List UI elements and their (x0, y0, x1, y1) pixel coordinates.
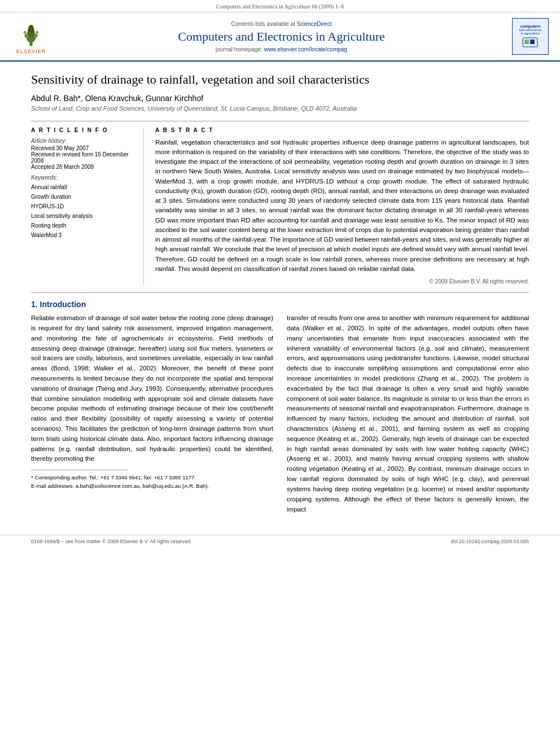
journal-thumbnail: computers and electronics in agriculture (512, 18, 549, 55)
history-label: Article history: (31, 138, 135, 144)
journal-homepage-link[interactable]: www.elsevier.com/locate/compag (264, 46, 347, 53)
keyword-4: Local sensitivity analysis (31, 211, 135, 221)
info-abstract-section: A R T I C L E I N F O Article history: R… (31, 121, 529, 285)
introduction-body: Reliable estimation of drainage of soil … (31, 313, 529, 519)
svg-point-4 (24, 33, 28, 37)
keywords-list: Annual rainfall Growth duration HYDRUS-1… (31, 182, 135, 240)
article-info-column: A R T I C L E I N F O Article history: R… (31, 127, 144, 285)
keyword-3: HYDRUS-1D (31, 202, 135, 211)
section-number: 1. (31, 300, 38, 309)
abstract-text: Rainfall, vegetation characteristics and… (155, 138, 529, 274)
elsevier-logo: ELSEVIER (11, 19, 51, 54)
article-info-heading: A R T I C L E I N F O (31, 127, 135, 133)
introduction-left-text: Reliable estimation of drainage of soil … (31, 313, 273, 464)
svg-point-5 (34, 33, 38, 37)
sciencedirect-line: Contents lists available at ScienceDirec… (51, 21, 512, 27)
abstract-column: A B S T R A C T Rainfall, vegetation cha… (155, 127, 529, 285)
journal-homepage: journal homepage: www.elsevier.com/locat… (51, 46, 512, 53)
article-history-group: Article history: Received 30 May 2007 Re… (31, 138, 135, 170)
introduction-right-text: transfer of results from one area to ano… (287, 313, 529, 514)
introduction-heading: 1. Introduction (31, 300, 529, 309)
svg-point-3 (28, 25, 34, 32)
svg-rect-9 (524, 40, 529, 44)
keyword-1: Annual rainfall (31, 182, 135, 192)
received-date: Received 30 May 2007 (31, 145, 135, 151)
page-wrapper: Computers and Electronics in Agriculture… (0, 0, 560, 747)
section-divider (31, 292, 529, 293)
keyword-5: Rooting depth (31, 221, 135, 230)
svg-point-7 (36, 30, 38, 33)
footnote-email: E-mail addresses: a.bah@soilscience.com.… (31, 482, 273, 490)
article-title: Sensitivity of drainage to rainfall, veg… (31, 72, 529, 88)
top-bar: Computers and Electronics in Agriculture… (0, 0, 560, 12)
footnote-divider (31, 470, 128, 470)
journal-title: Computers and Electronics in Agriculture (51, 29, 512, 44)
elsevier-tree-icon (17, 19, 45, 47)
keyword-2: Growth duration (31, 192, 135, 202)
svg-point-6 (24, 30, 27, 33)
elsevier-brand-text: ELSEVIER (16, 49, 46, 54)
keywords-group: Keywords: Annual rainfall Growth duratio… (31, 174, 135, 240)
bottom-bar: 0168-1699/$ – see front matter © 2009 El… (0, 535, 560, 548)
copyright-line: © 2009 Elsevier B.V. All rights reserved… (155, 278, 529, 285)
revised-date: Received in revised form 15 December 200… (31, 151, 135, 164)
journal-header: ELSEVIER Contents lists available at Sci… (0, 12, 560, 62)
sciencedirect-link[interactable]: ScienceDirect (297, 21, 332, 27)
journal-center: Contents lists available at ScienceDirec… (51, 21, 512, 53)
introduction-right-col: transfer of results from one area to ano… (287, 313, 529, 519)
svg-rect-10 (530, 40, 535, 44)
introduction-left-col: Reliable estimation of drainage of soil … (31, 313, 273, 519)
keywords-label: Keywords: (31, 174, 135, 181)
section-title: Introduction (40, 300, 86, 309)
journal-thumb-text: computers and electronics in agriculture (519, 24, 541, 49)
footnote-corresponding: * Corresponding author. Tel.: +61 7 3346… (31, 474, 273, 482)
accepted-date: Accepted 26 March 2009 (31, 164, 135, 170)
keyword-6: WaterMod 3 (31, 230, 135, 240)
introduction-section: 1. Introduction Reliable estimation of d… (31, 300, 529, 519)
article-affiliation: School of Land, Crop and Food Sciences, … (31, 105, 529, 112)
article-authors: Abdul R. Bah*, Olena Kravchuk, Gunnar Ki… (31, 94, 529, 103)
doi-text: doi:10.1016/j.compag.2009.03.005 (450, 539, 529, 544)
journal-citation: Computers and Electronics in Agriculture… (216, 3, 344, 10)
issn-text: 0168-1699/$ – see front matter © 2009 El… (31, 539, 192, 544)
abstract-heading: A B S T R A C T (155, 127, 529, 133)
article-content: Sensitivity of drainage to rainfall, veg… (0, 62, 560, 529)
